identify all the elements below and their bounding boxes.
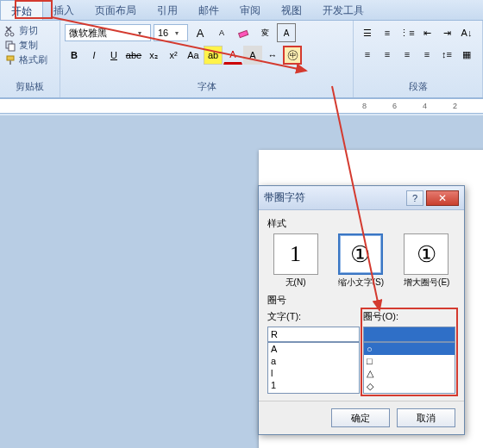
eraser-icon: [237, 27, 249, 39]
svg-rect-5: [9, 60, 11, 65]
strike-button[interactable]: abe: [124, 46, 143, 65]
style-options: 1 无(N) ① 缩小文字(S) ① 增大圈号(E): [267, 233, 455, 289]
scissors-icon: [4, 25, 16, 37]
copy-button[interactable]: 复制: [4, 38, 55, 53]
font-name-select[interactable]: 微软雅黑▾: [65, 24, 151, 41]
chevron-down-icon: ▾: [138, 29, 147, 37]
style-shrink-preview: ①: [338, 233, 383, 275]
grow-font-button[interactable]: A: [191, 23, 210, 42]
help-button[interactable]: ?: [406, 190, 423, 206]
char-border-button[interactable]: A: [277, 23, 296, 42]
panel-font: 微软雅黑▾ 16▾ A A 変 A B I U abe x₂ x² Aa ab …: [60, 21, 354, 97]
font-size-select[interactable]: 16▾: [154, 24, 188, 41]
line-spacing-button[interactable]: ↕≡: [437, 45, 456, 64]
ribbon: 剪切 复制 格式刷 剪贴板 微软雅黑▾ 16▾ A A 変 A B: [0, 21, 483, 98]
tab-view[interactable]: 视图: [271, 0, 312, 20]
clipboard-panel-label: 剪贴板: [4, 78, 55, 95]
ring-label: 圈号(O):: [363, 310, 455, 323]
list-item[interactable]: □: [364, 355, 455, 367]
svg-point-1: [10, 33, 14, 36]
enclose-section-label: 圈号: [267, 294, 455, 307]
text-input[interactable]: [267, 327, 360, 342]
char-shading-button[interactable]: A: [243, 46, 262, 65]
format-brush-button[interactable]: 格式刷: [4, 53, 55, 67]
cancel-button[interactable]: 取消: [397, 408, 455, 427]
font-panel-label: 字体: [65, 78, 348, 95]
svg-point-0: [5, 33, 9, 36]
style-none-label: 无(N): [273, 277, 318, 289]
style-none[interactable]: 1 无(N): [273, 233, 318, 289]
ruler-tick: 2: [453, 102, 457, 110]
shading-button[interactable]: ▦: [457, 45, 476, 64]
panel-paragraph: ☰ ≡ ⋮≡ ⇤ ⇥ A↓ ≡ ≡ ≡ ≡ ↕≡ ▦ 段落: [354, 21, 483, 97]
list-item[interactable]: a: [268, 355, 359, 367]
tab-mail[interactable]: 邮件: [188, 0, 229, 20]
tab-insert[interactable]: 插入: [43, 0, 85, 20]
svg-rect-3: [9, 44, 15, 51]
italic-button[interactable]: I: [85, 46, 104, 65]
tab-home[interactable]: 开始: [0, 0, 43, 20]
superscript-button[interactable]: x²: [164, 46, 183, 65]
highlight-button[interactable]: ab: [204, 46, 223, 65]
list-item[interactable]: A: [268, 343, 359, 355]
list-item[interactable]: ○: [364, 343, 455, 355]
style-shrink[interactable]: ① 缩小文字(S): [338, 233, 384, 289]
chevron-down-icon: ▾: [175, 29, 184, 37]
close-button[interactable]: ✕: [426, 190, 459, 206]
ruler-tick: 8: [362, 102, 367, 110]
list-item[interactable]: 1: [268, 379, 359, 391]
bold-button[interactable]: B: [65, 46, 84, 65]
text-label: 文字(T):: [267, 310, 360, 323]
underline-button[interactable]: U: [104, 46, 123, 65]
menu-bar: 开始 插入 页面布局 引用 邮件 审阅 视图 开发工具: [0, 0, 483, 21]
tab-review[interactable]: 审阅: [229, 0, 271, 20]
align-right-button[interactable]: ≡: [398, 45, 417, 64]
ring-listbox[interactable]: ○ □ △ ◇: [363, 342, 455, 394]
indent-inc-button[interactable]: ⇥: [437, 23, 456, 42]
numbering-button[interactable]: ≡: [378, 23, 397, 42]
style-enlarge[interactable]: ① 增大圈号(E): [404, 233, 449, 289]
font-size-value: 16: [158, 28, 168, 38]
font-color-button[interactable]: A: [223, 46, 242, 65]
cut-button[interactable]: 剪切: [4, 23, 55, 38]
ring-column: 圈号(O): ○ □ △ ◇: [363, 310, 455, 394]
dialog-titlebar[interactable]: 带圈字符 ? ✕: [259, 186, 464, 210]
panel-clipboard: 剪切 复制 格式刷 剪贴板: [0, 21, 60, 97]
shrink-font-button[interactable]: A: [212, 23, 231, 42]
brush-icon: [4, 54, 16, 66]
ring-input[interactable]: [363, 327, 455, 342]
subscript-button[interactable]: x₂: [144, 46, 163, 65]
list-item[interactable]: ◇: [364, 380, 455, 393]
phonetic-button[interactable]: 変: [255, 23, 274, 42]
ruler-tick: 4: [423, 102, 427, 110]
tab-layout[interactable]: 页面布局: [85, 0, 147, 20]
align-left-button[interactable]: ≡: [358, 45, 377, 64]
tab-reference[interactable]: 引用: [147, 0, 188, 20]
ok-button[interactable]: 确定: [331, 408, 390, 427]
dialog-title: 带圈字符: [264, 190, 305, 205]
style-enlarge-label: 增大圈号(E): [404, 277, 449, 289]
style-enlarge-preview: ①: [404, 233, 448, 275]
style-shrink-label: 缩小文字(S): [338, 277, 384, 289]
enclose-char-button[interactable]: ㊥: [283, 46, 302, 65]
list-item[interactable]: l: [268, 367, 359, 379]
multilevel-button[interactable]: ⋮≡: [398, 23, 417, 42]
bullets-button[interactable]: ☰: [358, 23, 377, 42]
tab-dev[interactable]: 开发工具: [312, 0, 374, 20]
indent-dec-button[interactable]: ⇤: [417, 23, 436, 42]
sort-button[interactable]: A↓: [457, 23, 476, 42]
clear-format-button[interactable]: [234, 23, 253, 42]
style-section-label: 样式: [267, 217, 455, 230]
cut-label: 剪切: [19, 24, 38, 37]
ruler-tick: 6: [392, 102, 397, 110]
text-listbox[interactable]: A a l 1: [267, 342, 360, 394]
list-item[interactable]: △: [364, 367, 455, 380]
char-scale-button[interactable]: ↔: [263, 46, 282, 65]
brush-label: 格式刷: [19, 53, 47, 66]
align-center-button[interactable]: ≡: [378, 45, 397, 64]
ruler: 8 6 4 2: [0, 98, 483, 114]
svg-rect-6: [239, 30, 248, 37]
align-justify-button[interactable]: ≡: [417, 45, 436, 64]
change-case-button[interactable]: Aa: [184, 46, 203, 65]
style-none-preview: 1: [273, 233, 318, 275]
